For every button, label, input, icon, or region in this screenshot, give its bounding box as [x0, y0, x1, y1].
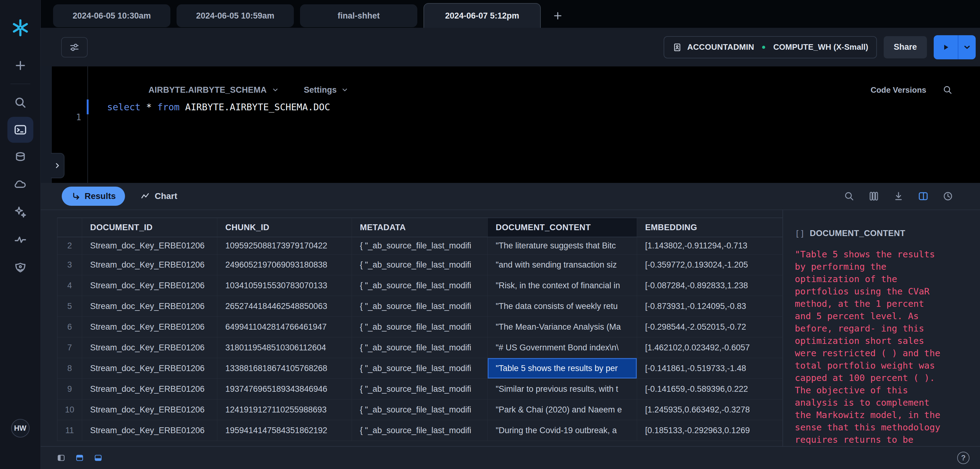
worksheet-tab[interactable]: final-shhet: [300, 4, 417, 27]
table-cell[interactable]: 6499411042814766461947: [217, 317, 352, 337]
share-button[interactable]: Share: [884, 36, 927, 58]
panel-left-toggle-icon[interactable]: [57, 453, 65, 462]
sidebar-item-worksheets[interactable]: [7, 117, 33, 143]
context-selector[interactable]: ACCOUNTADMIN COMPUTE_WH (X-Small): [663, 36, 877, 58]
new-worksheet-plus-icon[interactable]: [13, 58, 28, 73]
activity-icon[interactable]: [13, 232, 28, 247]
filters-button[interactable]: [61, 37, 88, 57]
table-cell[interactable]: [-0.873931,-0.124095,-0.83: [637, 296, 783, 316]
code-line[interactable]: select * from AIRBYTE.AIRBYTE_SCHEMA.DOC: [88, 99, 980, 115]
table-cell[interactable]: { "_ab_source_file_last_modifi: [352, 358, 488, 378]
table-cell[interactable]: Stream_doc_Key_ERBE01206: [82, 358, 217, 378]
table-cell[interactable]: "Similar to previous results, with t: [488, 379, 637, 399]
table-cell[interactable]: 1338816818674105768268: [217, 358, 352, 378]
split-view-icon[interactable]: [918, 191, 929, 202]
table-cell[interactable]: Stream_doc_Key_ERBE01206: [82, 317, 217, 337]
table-cell[interactable]: { "_ab_source_file_last_modifi: [352, 337, 488, 358]
table-cell[interactable]: "The Mean-Variance Analysis (Ma: [488, 317, 637, 337]
code-versions-link[interactable]: Code Versions: [870, 85, 926, 95]
table-cell[interactable]: "Risk, in the context of financial in: [488, 275, 637, 296]
panel-top-toggle-icon[interactable]: [75, 453, 84, 462]
row-number[interactable]: 11: [57, 420, 82, 440]
table-cell[interactable]: [1.143802,-0.911294,-0.713: [637, 237, 783, 254]
table-cell[interactable]: { "_ab_source_file_last_modifi: [352, 420, 488, 440]
row-number[interactable]: 7: [57, 337, 82, 358]
table-cell[interactable]: { "_ab_source_file_last_modifi: [352, 255, 488, 275]
row-number[interactable]: 2: [57, 237, 82, 254]
column-header[interactable]: METADATA: [352, 218, 488, 237]
table-cell[interactable]: [1.462102,0.023492,-0.6057: [637, 337, 783, 358]
settings-dropdown[interactable]: Settings: [304, 85, 348, 95]
table-cell-selected[interactable]: "Table 5 shows the results by per: [488, 358, 637, 378]
table-cell[interactable]: "During the Covid-19 outbreak, a: [488, 420, 637, 440]
schema-context-dropdown[interactable]: AIRBYTE.AIRBYTE_SCHEMA: [148, 85, 279, 95]
table-cell[interactable]: "The literature suggests that Bitc: [488, 237, 637, 254]
column-header[interactable]: DOCUMENT_CONTENT: [488, 218, 637, 237]
table-cell[interactable]: [0.185133,-0.292963,0.1269: [637, 420, 783, 440]
table-cell[interactable]: [-0.087284,-0.892833,1.238: [637, 275, 783, 296]
table-cell[interactable]: Stream_doc_Key_ERBE01206: [82, 237, 217, 254]
column-header[interactable]: EMBEDDING: [637, 218, 783, 237]
table-cell[interactable]: 2652744184462548850063: [217, 296, 352, 316]
column-header[interactable]: CHUNK_ID: [217, 218, 352, 237]
worksheet-tab[interactable]: 2024-06-05 10:59am: [177, 4, 294, 27]
table-cell[interactable]: Stream_doc_Key_ERBE01206: [82, 420, 217, 440]
table-cell[interactable]: [-0.298544,-2.052015,-0.72: [637, 317, 783, 337]
row-number[interactable]: 6: [57, 317, 82, 337]
table-cell[interactable]: Stream_doc_Key_ERBE01206: [82, 275, 217, 296]
table-cell[interactable]: "and with sending transaction siz: [488, 255, 637, 275]
snowflake-logo-icon[interactable]: [11, 18, 30, 38]
table-cell[interactable]: 1241919127110255988693: [217, 399, 352, 420]
history-clock-icon[interactable]: [942, 191, 953, 202]
table-cell[interactable]: [-0.141861,-0.519733,-1.48: [637, 358, 783, 378]
row-number[interactable]: 5: [57, 296, 82, 316]
table-cell[interactable]: { "_ab_source_file_last_modifi: [352, 237, 488, 254]
editor-search-icon[interactable]: [942, 85, 953, 95]
table-cell[interactable]: Stream_doc_Key_ERBE01206: [82, 399, 217, 420]
table-cell[interactable]: { "_ab_source_file_last_modifi: [352, 296, 488, 316]
table-cell[interactable]: "Park & Chai (2020) and Naeem e: [488, 399, 637, 420]
table-cell[interactable]: { "_ab_source_file_last_modifi: [352, 399, 488, 420]
run-button[interactable]: [934, 35, 958, 59]
worksheet-tab[interactable]: 2024-06-05 10:30am: [53, 4, 170, 27]
table-cell[interactable]: Stream_doc_Key_ERBE01206: [82, 337, 217, 358]
cloud-icon[interactable]: [13, 177, 28, 191]
table-cell[interactable]: [-0.359772,0.193024,-1.205: [637, 255, 783, 275]
table-cell[interactable]: 1095925088173979170422: [217, 237, 352, 254]
table-cell[interactable]: { "_ab_source_file_last_modifi: [352, 317, 488, 337]
expand-panel-button[interactable]: [51, 153, 65, 178]
table-cell[interactable]: 3180119548510306112604: [217, 337, 352, 358]
table-cell[interactable]: 2496052197069093180838: [217, 255, 352, 275]
columns-icon[interactable]: [868, 191, 880, 202]
table-cell[interactable]: "The data consists of weekly retu: [488, 296, 637, 316]
table-cell[interactable]: Stream_doc_Key_ERBE01206: [82, 296, 217, 316]
detail-content-text[interactable]: "Table 5 shows the results by performing…: [795, 248, 943, 446]
row-number[interactable]: 9: [57, 379, 82, 399]
panel-bottom-toggle-icon[interactable]: [94, 453, 102, 462]
tab-results[interactable]: Results: [62, 187, 125, 206]
database-icon[interactable]: [13, 150, 28, 165]
user-avatar[interactable]: HW: [11, 419, 30, 437]
table-cell[interactable]: [-0.141659,-0.589396,0.222: [637, 379, 783, 399]
sparkles-icon[interactable]: [13, 204, 28, 219]
table-cell[interactable]: Stream_doc_Key_ERBE01206: [82, 255, 217, 275]
results-search-icon[interactable]: [843, 191, 855, 202]
tab-chart[interactable]: Chart: [140, 191, 177, 201]
run-options-button[interactable]: [958, 35, 976, 59]
row-number[interactable]: 10: [57, 399, 82, 420]
row-number[interactable]: 3: [57, 255, 82, 275]
table-cell[interactable]: 1959414147584351862192: [217, 420, 352, 440]
column-header[interactable]: DOCUMENT_ID: [82, 218, 217, 237]
search-icon[interactable]: [13, 95, 28, 110]
table-cell[interactable]: "# US Government Bond index\n\: [488, 337, 637, 358]
table-cell[interactable]: { "_ab_source_file_last_modifi: [352, 379, 488, 399]
admin-shield-icon[interactable]: [13, 260, 28, 275]
row-number[interactable]: 4: [57, 275, 82, 296]
table-cell[interactable]: [1.245935,0.663492,-0.3278: [637, 399, 783, 420]
worksheet-tab-active[interactable]: 2024-06-07 5:12pm: [423, 3, 541, 28]
help-button[interactable]: ?: [957, 452, 969, 464]
table-cell[interactable]: 1937476965189343846946: [217, 379, 352, 399]
table-cell[interactable]: Stream_doc_Key_ERBE01206: [82, 379, 217, 399]
new-tab-button[interactable]: [547, 4, 568, 27]
download-icon[interactable]: [893, 191, 904, 202]
